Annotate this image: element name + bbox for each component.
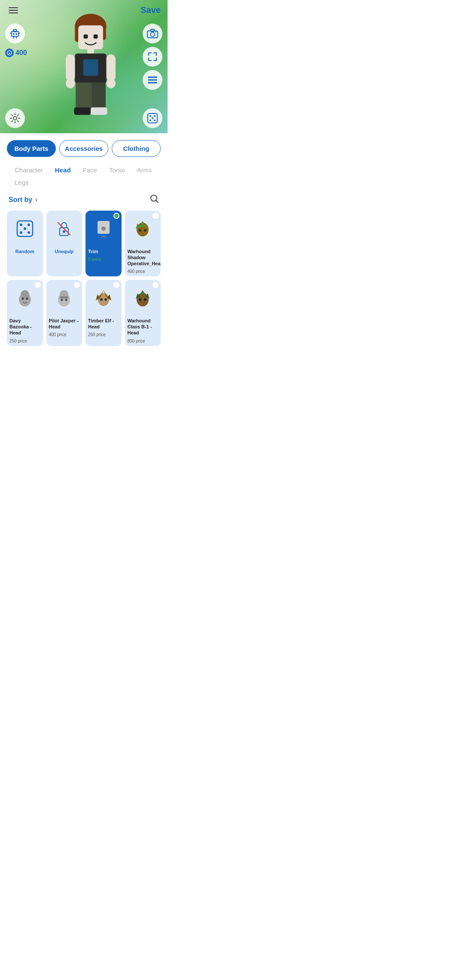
list-button[interactable] (143, 70, 162, 90)
item-pilot-jasper-badge (74, 282, 80, 288)
tab-body-parts[interactable]: Body Parts (7, 140, 56, 157)
dice-button[interactable] (143, 108, 162, 128)
svg-point-3 (15, 33, 17, 35)
svg-point-37 (154, 115, 156, 117)
item-timber-elf-badge (113, 282, 119, 288)
svg-point-68 (98, 293, 109, 306)
bottom-controls (5, 108, 162, 128)
item-random-img (7, 211, 43, 247)
svg-point-38 (152, 117, 153, 119)
item-pilot-jasper[interactable]: Pilot Jasper - Head 400 price (46, 280, 82, 346)
item-unequip[interactable]: Unequip (46, 211, 82, 276)
item-unequip-img (46, 211, 82, 247)
svg-rect-18 (83, 59, 98, 76)
svg-point-44 (20, 224, 22, 226)
item-warhound-shadow-label: Warhound Shadow Operative_Head (125, 247, 161, 270)
tab-clothing[interactable]: Clothing (112, 140, 161, 157)
subtab-torso[interactable]: Torso (103, 164, 131, 176)
item-unequip-label: Unequip (46, 247, 82, 257)
svg-line-42 (156, 201, 159, 203)
item-timber-elf-img (85, 280, 122, 316)
svg-point-2 (13, 33, 15, 35)
svg-point-39 (150, 119, 151, 121)
item-warhound-class[interactable]: Warhound Class B-1 - Head 800 price (125, 280, 161, 346)
svg-rect-20 (107, 54, 116, 81)
svg-text:●: ● (9, 52, 10, 55)
item-warhound-shadow-price: 400 price (125, 269, 161, 276)
svg-point-61 (21, 297, 24, 300)
item-warhound-class-badge (153, 282, 159, 288)
subtab-head[interactable]: Head (49, 164, 77, 176)
expand-button[interactable] (143, 47, 162, 67)
item-davy-bazooka-badge (35, 282, 41, 288)
category-tabs: Body Parts Accessories Clothing (7, 140, 161, 157)
svg-point-62 (26, 297, 28, 300)
item-trim-badge (113, 213, 119, 219)
svg-rect-1 (13, 30, 17, 32)
item-pilot-jasper-label: Pilot Jasper - Head (46, 316, 82, 333)
svg-point-34 (13, 116, 17, 120)
save-button[interactable]: Save (140, 5, 161, 15)
panel: Body Parts Accessories Clothing Characte… (0, 133, 168, 353)
svg-rect-31 (148, 77, 157, 78)
item-davy-bazooka[interactable]: Davy Bazooka - Head 250 price (7, 280, 43, 346)
svg-point-48 (27, 231, 30, 234)
svg-point-21 (66, 78, 75, 88)
item-warhound-class-label: Warhound Class B-1 - Head (125, 316, 161, 339)
item-warhound-shadow-img (125, 211, 161, 247)
svg-point-45 (27, 224, 30, 226)
item-trim-label: Trim (85, 247, 122, 257)
subtab-arms[interactable]: Arms (131, 164, 158, 176)
item-davy-bazooka-img (7, 280, 43, 316)
item-timber-elf-price: 250 price (85, 332, 122, 340)
subtab-legs[interactable]: Legs (9, 176, 35, 189)
item-pilot-jasper-price: 400 price (46, 332, 82, 340)
svg-rect-16 (87, 49, 94, 55)
top-bar: Save (0, 0, 168, 20)
svg-point-58 (144, 229, 147, 232)
svg-point-74 (104, 298, 107, 301)
camera-button[interactable] (143, 24, 162, 43)
svg-point-80 (144, 298, 147, 301)
svg-rect-33 (148, 82, 157, 83)
item-random[interactable]: Random (7, 211, 43, 276)
tab-accessories[interactable]: Accessories (59, 140, 108, 157)
settings-button[interactable] (5, 108, 25, 128)
svg-rect-25 (92, 83, 106, 111)
subtab-character[interactable]: Character (9, 164, 49, 176)
svg-rect-15 (94, 34, 98, 39)
svg-rect-19 (66, 54, 75, 81)
coin-display: ● 400 (5, 49, 27, 57)
item-davy-bazooka-price: 250 price (7, 339, 43, 346)
item-warhound-class-img (125, 280, 161, 316)
svg-point-79 (139, 298, 141, 301)
svg-rect-32 (148, 80, 157, 81)
coin-amount: 400 (15, 49, 27, 57)
sub-tabs: Character Head Face Torso Arms Legs (7, 164, 161, 189)
search-button[interactable] (150, 194, 159, 205)
item-timber-elf[interactable]: Timber Elf - Head 250 price (85, 280, 122, 346)
svg-point-22 (107, 78, 116, 88)
menu-button[interactable] (7, 6, 20, 15)
item-trim-img (85, 211, 122, 247)
item-trim-price: 0 price (85, 257, 122, 264)
svg-point-57 (139, 229, 141, 232)
items-grid: Random Unequip (7, 211, 161, 346)
coin-icon: ● (5, 49, 14, 57)
svg-point-50 (63, 230, 65, 233)
robot-button[interactable] (5, 24, 25, 43)
sort-label[interactable]: Sort by › (9, 195, 37, 204)
subtab-face[interactable]: Face (77, 164, 103, 176)
item-warhound-shadow[interactable]: Warhound Shadow Operative_Head 400 price (125, 211, 161, 276)
svg-point-60 (21, 290, 29, 299)
item-warhound-shadow-badge (153, 213, 159, 219)
right-controls (143, 24, 162, 90)
item-trim[interactable]: Trim 0 price (85, 211, 122, 276)
sort-row: Sort by › (7, 194, 161, 205)
character-preview: Save ● 400 (0, 0, 168, 133)
svg-point-29 (150, 32, 155, 37)
item-timber-elf-label: Timber Elf - Head (85, 316, 122, 333)
svg-point-73 (100, 298, 103, 301)
svg-point-46 (24, 227, 26, 230)
svg-rect-13 (78, 25, 103, 49)
